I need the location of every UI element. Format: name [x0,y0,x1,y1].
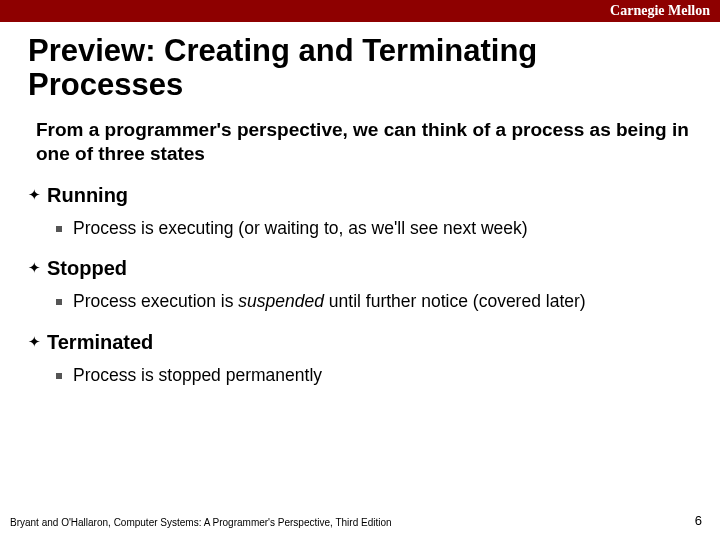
state-stopped-desc: Process execution is suspended until fur… [56,290,690,313]
desc-text: Process execution is suspended until fur… [73,290,586,313]
square-bullet-icon [56,226,62,232]
bullet-icon: ✦ [28,186,41,204]
desc-text: Process is executing (or waiting to, as … [73,217,528,240]
desc-post: until further notice (covered later) [324,291,586,311]
state-stopped: ✦ Stopped [28,257,690,280]
footer-citation: Bryant and O'Hallaron, Computer Systems:… [10,517,392,528]
intro-text: From a programmer's perspective, we can … [36,118,690,166]
desc-text: Process is stopped permanently [73,364,322,387]
page-number: 6 [695,513,702,528]
state-terminated: ✦ Terminated [28,331,690,354]
square-bullet-icon [56,373,62,379]
slide: Carnegie Mellon Preview: Creating and Te… [0,0,720,540]
desc-pre: Process execution is [73,291,238,311]
header-bar: Carnegie Mellon [0,0,720,22]
state-running-desc: Process is executing (or waiting to, as … [56,217,690,240]
bullet-icon: ✦ [28,259,41,277]
state-running: ✦ Running [28,184,690,207]
slide-title: Preview: Creating and Terminating Proces… [0,22,720,118]
slide-body: From a programmer's perspective, we can … [0,118,720,387]
bullet-icon: ✦ [28,333,41,351]
desc-em: suspended [238,291,324,311]
square-bullet-icon [56,299,62,305]
state-label: Running [47,184,128,207]
state-label: Terminated [47,331,153,354]
brand-text: Carnegie Mellon [610,3,710,19]
state-terminated-desc: Process is stopped permanently [56,364,690,387]
state-label: Stopped [47,257,127,280]
